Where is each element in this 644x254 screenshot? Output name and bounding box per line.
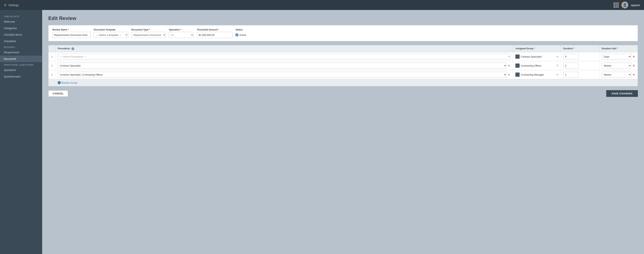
group-name-2: Contracting Officer <box>521 64 555 67</box>
group-cell-inner-2: Contracting Officer ✕ <box>516 64 558 68</box>
active-label: Active <box>240 34 246 37</box>
duration-unit-wrap-1: Days Weeks Months ✕ <box>602 54 636 60</box>
duration-unit-wrap-2: Days Weeks Months ✕ <box>602 63 636 69</box>
operation-select[interactable]: >= <box>169 32 194 38</box>
doc-template-select[interactable]: --- Select a template --- <box>94 32 128 38</box>
active-checkbox[interactable] <box>236 34 238 36</box>
add-review-group-label: Review Group <box>62 81 77 84</box>
doc-template-label: Document Template <box>94 28 128 31</box>
grid-icon[interactable] <box>614 3 619 8</box>
table-row: 2 Contract Specialist ⊗ Contracting Offi… <box>48 61 638 70</box>
action-row: CANCEL SAVE CHANGES <box>48 90 638 97</box>
top-nav: ⚙ Settings 👤 appian <box>0 0 644 10</box>
add-review-group-row: + Review Group <box>48 79 638 86</box>
gear-icon: ⚙ <box>4 3 6 7</box>
add-review-group-button[interactable]: + Review Group <box>58 81 77 84</box>
sidebar-item-questionnaire[interactable]: Questionnaire <box>0 73 42 80</box>
doc-type-select[interactable]: Requirements Document <box>131 32 166 38</box>
duration-cell-3 <box>561 70 599 79</box>
sidebar-item-checklists[interactable]: Checklists <box>0 38 42 45</box>
appian-logo: appian <box>631 4 640 7</box>
duration-unit-wrap-3: Days Weeks Months ✕ <box>602 72 636 78</box>
sidebar-item-document[interactable]: Document <box>0 56 42 62</box>
row-num-3: 3 <box>48 70 56 79</box>
precedent-select-2[interactable]: Contract Specialist <box>58 63 507 69</box>
avatar[interactable]: 👤 <box>622 2 628 9</box>
review-name-input[interactable] <box>52 32 91 38</box>
duration-unit-select-3[interactable]: Days Weeks Months <box>602 72 631 78</box>
top-nav-right: 👤 appian <box>614 2 640 9</box>
sidebar-item-categories[interactable]: Categories <box>0 25 42 32</box>
group-avatar-3 <box>516 73 520 77</box>
sidebar-item-requirement[interactable]: Requirement <box>0 49 42 56</box>
remove-group-3[interactable]: ✕ <box>556 73 558 76</box>
doc-template-field: Document Template --- Select a template … <box>94 28 128 38</box>
th-duration: Duration * <box>561 45 599 52</box>
precedent-select-wrap-3: Contract Specialist, Contracting Officer… <box>58 72 510 78</box>
group-name-3: Contracting Manager <box>521 73 555 76</box>
sidebar: CHECKLISTS Welcome Categories Checklist … <box>0 10 42 254</box>
duration-unit-select-1[interactable]: Days Weeks Months <box>602 54 631 60</box>
nav-title: Settings <box>8 4 19 7</box>
duration-unit-cell-3: Days Weeks Months ✕ <box>599 70 638 79</box>
precedent-select-3[interactable]: Contract Specialist, Contracting Officer <box>58 72 507 78</box>
main-layout: CHECKLISTS Welcome Categories Checklist … <box>0 10 644 254</box>
status-label: Status <box>236 28 251 31</box>
duration-cell-1 <box>561 52 599 61</box>
remove-group-1[interactable]: ✕ <box>556 55 558 58</box>
threshold-field: Threshold Amount * <box>197 28 232 38</box>
sidebar-item-welcome[interactable]: Welcome <box>0 19 42 25</box>
operation-field: Operation * >= <box>169 28 194 38</box>
precedent-cell-2: Contract Specialist ⊗ <box>56 61 513 70</box>
delete-row-1[interactable]: ✕ <box>632 55 636 59</box>
delete-row-3[interactable]: ✕ <box>632 73 636 77</box>
threshold-input[interactable] <box>197 32 232 38</box>
th-num <box>48 45 56 52</box>
th-assigned-group: Assigned Group * <box>513 45 561 52</box>
threshold-label: Threshold Amount * <box>197 28 232 31</box>
doc-type-field: Document Type * Requirements Document <box>131 28 166 38</box>
precedent-cell-3: Contract Specialist, Contracting Officer… <box>56 70 513 79</box>
doc-type-label: Document Type * <box>131 28 166 31</box>
precedent-select-wrap-2: Contract Specialist ⊗ <box>58 63 510 69</box>
clear-precedent-2[interactable]: ⊗ <box>508 64 510 67</box>
table-row: 1 --- Select Precedents --- Contract Spe… <box>48 52 638 61</box>
cancel-button[interactable]: CANCEL <box>48 90 68 97</box>
group-cell-inner-3: Contracting Manager ✕ <box>516 73 558 77</box>
plus-circle-icon: + <box>58 81 61 84</box>
delete-row-2[interactable]: ✕ <box>632 64 636 68</box>
duration-input-1[interactable] <box>563 54 579 60</box>
status-field: Status Active <box>236 28 251 38</box>
precedent-select-wrap-1: --- Select Precedents --- <box>58 54 510 60</box>
duration-unit-select-2[interactable]: Days Weeks Months <box>602 63 631 69</box>
duration-cell-2 <box>561 61 599 70</box>
sidebar-item-questions[interactable]: Questions <box>0 67 42 73</box>
precedent-cell-1: --- Select Precedents --- <box>56 52 513 61</box>
precedents-info-icon[interactable]: i <box>72 47 74 50</box>
clear-precedent-3[interactable]: ⊗ <box>508 73 510 76</box>
save-button[interactable]: SAVE CHANGES <box>606 90 638 97</box>
row-num-1: 1 <box>48 52 56 61</box>
group-avatar-2 <box>516 64 520 68</box>
duration-unit-cell-2: Days Weeks Months ✕ <box>599 61 638 70</box>
group-cell-inner-1: Contract Specialist ✕ <box>516 55 558 59</box>
reviews-section-label: REVIEWS <box>0 45 42 49</box>
operation-label: Operation * <box>169 28 194 31</box>
group-avatar-1 <box>516 55 520 59</box>
precedent-select-1[interactable]: --- Select Precedents --- <box>58 54 510 60</box>
table-header: Precedents i Assigned Group * Duration *… <box>48 45 638 52</box>
group-name-1: Contract Specialist <box>521 55 555 58</box>
sidebar-item-checklist-items[interactable]: Checklist Items <box>0 32 42 38</box>
duration-input-3[interactable] <box>563 72 579 78</box>
group-cell-3: Contracting Manager ✕ <box>513 70 561 79</box>
duration-unit-cell-1: Days Weeks Months ✕ <box>599 52 638 61</box>
group-cell-2: Contracting Officer ✕ <box>513 61 561 70</box>
duration-input-2[interactable] <box>563 63 579 69</box>
checklists-section-label: CHECKLISTS <box>0 14 42 19</box>
remove-group-2[interactable]: ✕ <box>556 64 558 67</box>
th-precedents: Precedents i <box>56 45 513 52</box>
page-title: Edit Review <box>48 15 638 21</box>
top-nav-left: ⚙ Settings <box>4 3 19 7</box>
form-row: Review Name * Document Template --- Sele… <box>52 28 634 38</box>
review-name-field: Review Name * <box>52 28 91 38</box>
